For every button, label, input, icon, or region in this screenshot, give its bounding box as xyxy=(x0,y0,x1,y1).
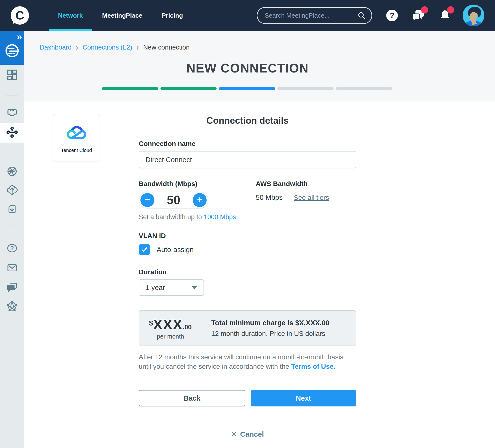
bandwidth-label: Bandwidth (Mbps) xyxy=(139,180,256,188)
nav-item-pricing[interactable]: Pricing xyxy=(152,0,193,31)
page-title: NEW CONNECTION xyxy=(186,61,309,75)
check-icon xyxy=(141,246,148,253)
messages-button[interactable] xyxy=(412,9,425,22)
sidebar-item-ports[interactable] xyxy=(6,107,18,120)
sidebar-divider xyxy=(6,95,18,95)
breadcrumb: Dashboard › Connections (L2) › New conne… xyxy=(40,43,190,51)
progress-segment xyxy=(102,87,158,90)
chevron-down-icon xyxy=(192,286,197,289)
main-content: Dashboard › Connections (L2) › New conne… xyxy=(24,31,495,448)
console-connect-logo[interactable]: C xyxy=(11,6,29,25)
duration-value: 1 year xyxy=(146,284,165,292)
icon-sidebar: » xyxy=(0,31,24,448)
app-window: C Network MeetingPlace Pricing ? xyxy=(0,0,495,448)
sidebar-item-mail[interactable] xyxy=(7,263,18,274)
bandwidth-helper: Set a bandwidth up to 1000 Mbps xyxy=(139,213,256,221)
network-hub-icon xyxy=(6,126,18,139)
terms-of-use-link[interactable]: Terms of Use xyxy=(291,363,333,370)
next-button[interactable]: Next xyxy=(251,390,356,407)
duration-select[interactable]: 1 year xyxy=(139,279,204,296)
planet-icon xyxy=(4,43,20,59)
help-button[interactable]: ? xyxy=(386,10,398,21)
nav-item-meetingplace[interactable]: MeetingPlace xyxy=(93,0,152,31)
aws-bandwidth-label: AWS Bandwidth xyxy=(256,180,329,188)
sidebar-divider xyxy=(6,230,18,230)
tencent-cloud-logo-icon xyxy=(62,122,91,145)
bandwidth-value: 50 xyxy=(167,193,180,207)
messages-badge xyxy=(421,6,428,14)
search-icon xyxy=(357,11,366,20)
sidebar-divider xyxy=(6,154,18,154)
sidebar-item-cloud-exchange[interactable] xyxy=(6,184,18,197)
connection-name-label: Connection name xyxy=(139,140,356,148)
aws-bandwidth-value: 50 Mbps xyxy=(256,193,283,202)
total-charge-sub: 12 month duration. Price in US dollars xyxy=(211,330,330,338)
duration-label: Duration xyxy=(139,268,356,276)
price-summary: $XXX.00 per month Total minimum charge i… xyxy=(139,310,356,346)
back-button[interactable]: Back xyxy=(139,390,245,407)
sidebar-item-dashboard[interactable] xyxy=(7,69,18,81)
close-icon: ✕ xyxy=(231,430,237,438)
user-avatar[interactable] xyxy=(463,5,484,26)
monthly-price: $XXX.00 per month xyxy=(142,316,199,340)
logo-letter: C xyxy=(11,6,29,25)
sidebar-item-help[interactable]: ? xyxy=(6,243,18,255)
price-amount: XXX xyxy=(153,317,183,332)
footer-divider xyxy=(139,422,356,422)
progress-segment xyxy=(336,87,392,90)
progress-segment xyxy=(277,87,333,90)
notifications-button[interactable] xyxy=(439,9,451,22)
total-charge-line: Total minimum charge is $X,XXX.00 xyxy=(211,319,330,327)
disclaimer-period: . xyxy=(333,363,335,370)
sidebar-item-internet[interactable] xyxy=(7,166,18,178)
connection-form: Connection details Connection name Bandw… xyxy=(139,116,356,438)
auto-assign-label: Auto-assign xyxy=(157,246,193,254)
cancel-button[interactable]: ✕ Cancel xyxy=(139,430,356,438)
bandwidth-increase-button[interactable]: + xyxy=(193,193,207,207)
currency-symbol: $ xyxy=(149,319,153,327)
form-heading: Connection details xyxy=(139,116,356,126)
breadcrumb-connections[interactable]: Connections (L2) xyxy=(82,44,132,51)
breadcrumb-current: New connection xyxy=(143,44,190,51)
svg-text:?: ? xyxy=(10,245,14,251)
wizard-progress-bar xyxy=(102,87,392,90)
sidebar-brand-tile[interactable]: » xyxy=(0,31,24,65)
bandwidth-helper-text: Set a bandwidth up to xyxy=(139,213,204,221)
sidebar-item-partner-network[interactable] xyxy=(6,300,18,312)
renewal-disclaimer: After 12 months this service will contin… xyxy=(139,352,356,371)
provider-card: Tencent Cloud xyxy=(53,114,100,162)
help-icon: ? xyxy=(386,10,398,21)
search-input[interactable] xyxy=(265,12,357,19)
nav-item-network[interactable]: Network xyxy=(48,0,93,31)
sidebar-item-connections-active[interactable] xyxy=(0,123,24,143)
chevron-right-icon: › xyxy=(137,42,139,52)
see-all-tiers-link[interactable]: See all tiers xyxy=(294,194,329,202)
notifications-badge xyxy=(447,6,454,14)
progress-segment xyxy=(219,87,275,90)
bandwidth-decrease-button[interactable]: − xyxy=(140,193,154,207)
connection-name-input[interactable] xyxy=(139,151,356,168)
per-month-label: per month xyxy=(142,333,199,340)
provider-name: Tencent Cloud xyxy=(61,148,92,153)
progress-segment xyxy=(161,87,217,90)
chevron-right-icon: › xyxy=(76,42,78,52)
total-charge: Total minimum charge is $X,XXX.00 12 mon… xyxy=(211,319,330,338)
auto-assign-checkbox[interactable] xyxy=(139,244,150,255)
sidebar-expand-chevrons[interactable]: » xyxy=(17,31,21,42)
breadcrumb-dashboard[interactable]: Dashboard xyxy=(40,44,71,51)
vlan-id-label: VLAN ID xyxy=(139,232,356,240)
price-divider xyxy=(201,317,201,339)
sidebar-item-chat[interactable] xyxy=(6,282,18,294)
sidebar-item-iot-sim[interactable] xyxy=(7,204,17,215)
search-box[interactable] xyxy=(257,7,372,24)
cancel-label: Cancel xyxy=(240,430,264,438)
top-navbar: C Network MeetingPlace Pricing ? xyxy=(0,0,495,31)
bandwidth-stepper: − 50 + xyxy=(139,192,208,209)
max-bandwidth-link[interactable]: 1000 Mbps xyxy=(204,213,236,221)
price-cents: .00 xyxy=(183,324,192,331)
